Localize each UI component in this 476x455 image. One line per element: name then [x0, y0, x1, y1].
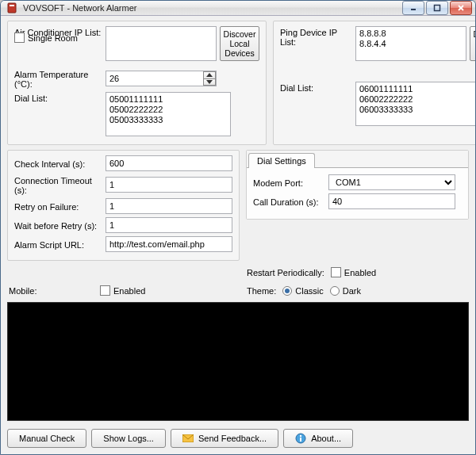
single-room-checkbox[interactable]: Single Room [14, 32, 78, 43]
discover-devices-button-left[interactable]: Discover Local Devices [220, 26, 259, 61]
check-interval-input[interactable] [106, 155, 232, 171]
theme-label: Theme: [247, 286, 276, 296]
checkbox-icon [100, 285, 110, 296]
ping-ip-list-label: Ping Device IP List: [280, 26, 355, 47]
restart-enabled-label: Enabled [344, 268, 376, 277]
discover-devices-button-right[interactable]: Discover Local Devices [470, 26, 476, 61]
spin-down-icon[interactable] [203, 78, 216, 86]
manual-check-button[interactable]: Manual Check [7, 429, 86, 448]
radio-icon [330, 286, 340, 296]
alarm-temp-label: Alarm Temperature (°C): [14, 68, 106, 89]
ping-ip-list-input[interactable]: 8.8.8.8 8.8.4.4 [355, 26, 466, 61]
misc-row-1: Restart Periodically: Enabled [7, 266, 469, 279]
log-output[interactable] [7, 302, 469, 421]
window-title: VOVSOFT - Network Alarmer [23, 3, 402, 13]
misc-row-2: Mobile: Enabled Theme: Classic Dark [7, 284, 469, 297]
theme-classic-radio[interactable]: Classic [282, 286, 323, 296]
script-url-label: Alarm Script URL: [14, 239, 106, 250]
dial-settings-body: Modem Port: COM1 Call Duration (s): [247, 167, 468, 219]
call-duration-input[interactable] [328, 193, 455, 209]
retry-label: Retry on Failure: [14, 201, 106, 212]
title-bar: VOVSOFT - Network Alarmer [1, 1, 475, 16]
checkbox-icon [14, 32, 25, 43]
wait-retry-input[interactable] [106, 217, 232, 233]
svg-point-10 [300, 435, 301, 437]
theme-dark-label: Dark [343, 286, 361, 296]
call-duration-label: Call Duration (s): [253, 196, 328, 207]
svg-marker-6 [206, 73, 213, 77]
mobile-label: Mobile: [9, 286, 100, 296]
modem-port-label: Modem Port: [253, 177, 328, 188]
minimize-button[interactable] [402, 1, 424, 15]
script-url-input[interactable] [106, 236, 232, 252]
send-feedback-label: Send Feedback... [198, 434, 267, 443]
svg-rect-1 [10, 5, 14, 6]
show-logs-button[interactable]: Show Logs... [91, 429, 166, 448]
theme-dark-radio[interactable]: Dark [330, 286, 361, 296]
top-panels: Air Conditioner IP List: Discover Local … [7, 21, 469, 145]
tab-strip: Dial Settings [247, 151, 468, 167]
ac-panel: Air Conditioner IP List: Discover Local … [7, 21, 267, 145]
dial-list-input-right[interactable]: 06001111111 06002222222 06003333333 [355, 82, 476, 126]
button-bar: Manual Check Show Logs... Send Feedback.… [7, 426, 469, 448]
manual-check-label: Manual Check [19, 434, 75, 443]
app-icon [6, 2, 18, 14]
conn-timeout-label: Connection Timeout (s): [14, 174, 106, 195]
dial-list-label-left: Dial List: [14, 92, 106, 103]
modem-port-select[interactable]: COM1 [328, 174, 455, 190]
alarm-temp-input[interactable] [106, 71, 217, 86]
restart-label: Restart Periodically: [247, 268, 324, 277]
alarm-temp-spinner[interactable] [203, 71, 216, 86]
middle-settings: Check Interval (s): Connection Timeout (… [7, 150, 469, 261]
theme-classic-label: Classic [295, 286, 323, 296]
show-logs-label: Show Logs... [103, 434, 154, 443]
feedback-icon [182, 433, 194, 444]
ac-ip-list-input[interactable] [106, 26, 217, 61]
about-label: About... [311, 434, 341, 443]
general-settings-panel: Check Interval (s): Connection Timeout (… [7, 150, 240, 261]
about-button[interactable]: About... [283, 429, 353, 448]
svg-rect-3 [435, 6, 440, 11]
info-icon [295, 433, 306, 444]
restart-enabled-checkbox[interactable]: Enabled [331, 267, 376, 277]
checkbox-icon [331, 267, 341, 277]
conn-timeout-input[interactable] [106, 177, 232, 193]
send-feedback-button[interactable]: Send Feedback... [171, 429, 278, 448]
spin-up-icon[interactable] [203, 71, 216, 78]
client-area: Air Conditioner IP List: Discover Local … [1, 16, 475, 454]
ping-panel: Ping Device IP List: 8.8.8.8 8.8.4.4 Dis… [273, 21, 476, 145]
right-settings-col: Dial Settings Modem Port: COM1 Call Dura… [246, 150, 469, 261]
window-controls [402, 1, 472, 15]
check-interval-label: Check Interval (s): [14, 158, 106, 169]
wait-retry-label: Wait before Retry (s): [14, 220, 106, 231]
tab-dial-settings[interactable]: Dial Settings [248, 153, 315, 168]
mobile-enabled-checkbox[interactable]: Enabled [100, 285, 145, 296]
app-window: VOVSOFT - Network Alarmer Air Conditione… [0, 0, 476, 455]
single-room-label: Single Room [28, 33, 78, 43]
svg-rect-11 [300, 438, 301, 442]
radio-icon [282, 286, 292, 296]
mobile-enabled-label: Enabled [113, 286, 145, 296]
svg-marker-7 [206, 80, 213, 84]
dial-list-label-right: Dial List: [280, 82, 355, 93]
dial-list-input-left[interactable]: 05001111111 05002222222 05003333333 [106, 92, 231, 136]
dial-settings-tabset: Dial Settings Modem Port: COM1 Call Dura… [246, 150, 469, 220]
retry-input[interactable] [106, 198, 232, 214]
svg-rect-0 [8, 3, 16, 13]
close-button[interactable] [450, 1, 472, 15]
maximize-button[interactable] [426, 1, 448, 15]
